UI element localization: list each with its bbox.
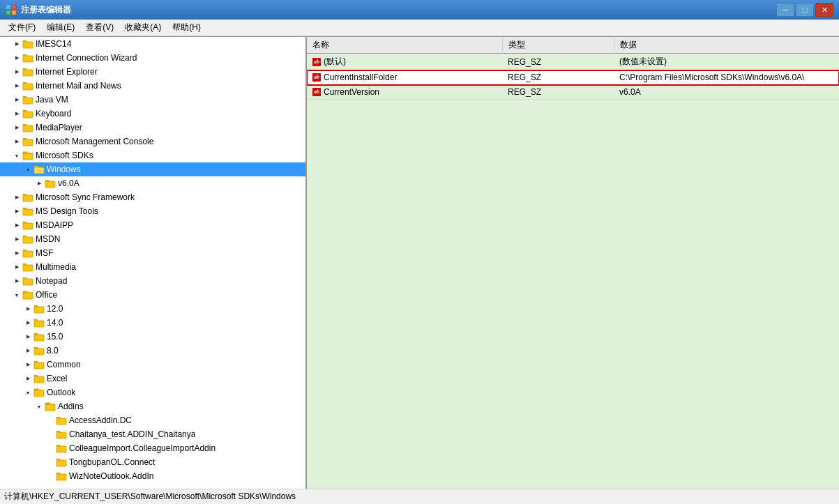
menu-item-查看[interactable]: 查看(V)	[80, 20, 119, 35]
folder-icon-outlook	[33, 388, 45, 397]
tree-item-msdn[interactable]: MSDN	[0, 232, 305, 246]
cell-type: REG_SZ	[502, 70, 614, 85]
expand-arrow-java-vm[interactable]	[11, 94, 22, 105]
tree-item-addins[interactable]: Addins	[0, 399, 305, 413]
tree-item-internet-connection-wizard[interactable]: Internet Connection Wizard	[0, 51, 305, 65]
expand-arrow-v60a[interactable]	[33, 178, 45, 189]
table-row[interactable]: ab(默认)REG_SZ(数值未设置)	[307, 54, 839, 70]
tree-item-internet-mail[interactable]: Internet Mail and News	[0, 79, 305, 93]
tree-item-colleague-import[interactable]: ColleagueImport.ColleagueImportAddin	[0, 441, 305, 455]
expand-arrow-ms-design-tools[interactable]	[11, 206, 22, 217]
tree-item-keyboard[interactable]: Keyboard	[0, 107, 305, 121]
tree-label-v60a: v6.0A	[58, 178, 80, 188]
folder-icon-internet-explorer	[22, 67, 33, 77]
expand-arrow-addins[interactable]	[33, 401, 45, 412]
tree-item-notepad[interactable]: Notepad	[0, 274, 305, 288]
expand-arrow-colleague-import[interactable]	[45, 443, 56, 454]
registry-scroll[interactable]: 名称 类型 数据 ab(默认)REG_SZ(数值未设置)abCurrentIns…	[307, 37, 839, 489]
close-button[interactable]: ✕	[815, 3, 833, 17]
expand-arrow-outlook[interactable]	[22, 387, 33, 398]
expand-arrow-office-12[interactable]	[22, 303, 33, 314]
reg-name: CurrentVersion	[324, 87, 379, 97]
expand-arrow-imesc14[interactable]	[11, 38, 22, 49]
tree-item-ms-design-tools[interactable]: MS Design Tools	[0, 204, 305, 218]
status-text: 计算机\HKEY_CURRENT_USER\Software\Microsoft…	[4, 491, 296, 503]
tree-item-office-15[interactable]: 15.0	[0, 330, 305, 344]
expand-arrow-office[interactable]	[11, 289, 22, 300]
tree-item-access-addin[interactable]: AccessAddin.DC	[0, 413, 305, 427]
tree-item-java-vm[interactable]: Java VM	[0, 93, 305, 107]
expand-arrow-multimedia[interactable]	[11, 261, 22, 273]
expand-arrow-internet-explorer[interactable]	[11, 66, 22, 77]
folder-icon-office	[22, 290, 33, 300]
expand-arrow-microsoft-sync[interactable]	[11, 192, 22, 203]
expand-arrow-mmc[interactable]	[11, 136, 22, 147]
expand-arrow-office-15[interactable]	[22, 331, 33, 342]
menu-item-文件[interactable]: 文件(F)	[3, 20, 41, 35]
tree-item-multimedia[interactable]: Multimedia	[0, 260, 305, 274]
tree-scroll[interactable]: IMESC14 Internet Connection Wizard Inter…	[0, 37, 305, 489]
tree-item-imesc14[interactable]: IMESC14	[0, 37, 305, 51]
folder-icon-office-8	[33, 346, 45, 356]
expand-arrow-office-8[interactable]	[22, 345, 33, 356]
tree-item-windows[interactable]: Windows	[0, 162, 305, 176]
folder-icon-access-addin	[56, 415, 67, 425]
expand-arrow-wiznote[interactable]	[45, 471, 56, 482]
tree-item-office[interactable]: Office	[0, 288, 305, 302]
expand-arrow-office-14[interactable]	[22, 317, 33, 328]
tree-item-msdaipp[interactable]: MSDAIPP	[0, 218, 305, 232]
expand-arrow-windows[interactable]	[22, 164, 33, 175]
tree-item-microsoft-sdks[interactable]: Microsoft SDKs	[0, 148, 305, 162]
expand-arrow-microsoft-sdks[interactable]	[11, 150, 22, 161]
tree-item-msf[interactable]: MSF	[0, 246, 305, 260]
main-container: IMESC14 Internet Connection Wizard Inter…	[0, 36, 839, 489]
tree-item-excel[interactable]: Excel	[0, 372, 305, 385]
menu-item-收藏夹[interactable]: 收藏夹(A)	[119, 20, 167, 35]
tree-label-common: Common	[47, 360, 81, 369]
expand-arrow-excel[interactable]	[22, 373, 33, 384]
expand-arrow-common[interactable]	[22, 359, 33, 370]
expand-arrow-msdn[interactable]	[11, 234, 22, 245]
table-row[interactable]: abCurrentVersionREG_SZv6.0A	[307, 85, 839, 100]
folder-icon-office-12	[33, 304, 45, 314]
tree-item-common[interactable]: Common	[0, 358, 305, 372]
folder-icon-msdn	[22, 234, 33, 244]
tree-item-wiznote[interactable]: WizNoteOutlook.AddIn	[0, 469, 305, 483]
expand-arrow-notepad[interactable]	[11, 275, 22, 287]
expand-arrow-mediaplayer[interactable]	[11, 122, 22, 133]
tree-item-office-8[interactable]: 8.0	[0, 344, 305, 358]
tree-item-v60a[interactable]: v6.0A	[0, 176, 305, 190]
svg-rect-28	[56, 446, 66, 452]
expand-arrow-chaitanya-addin[interactable]	[45, 429, 56, 440]
folder-icon-mediaplayer	[22, 123, 33, 132]
svg-rect-6	[23, 70, 33, 76]
tree-item-internet-explorer[interactable]: Internet Explorer	[0, 65, 305, 79]
tree-item-chaitanya-addin[interactable]: Chaitanya_test.ADDIN_Chaitanya	[0, 427, 305, 441]
table-row[interactable]: abCurrentInstallFolderREG_SZC:\Program F…	[307, 70, 839, 85]
expand-arrow-tongbupan[interactable]	[45, 457, 56, 468]
tree-item-mmc[interactable]: Microsoft Management Console	[0, 135, 305, 148]
expand-arrow-access-addin[interactable]	[45, 415, 56, 426]
expand-arrow-internet-mail[interactable]	[11, 80, 22, 91]
menu-item-帮助[interactable]: 帮助(H)	[167, 20, 206, 35]
expand-arrow-keyboard[interactable]	[11, 108, 22, 119]
tree-item-microsoft-sync[interactable]: Microsoft Sync Framework	[0, 190, 305, 204]
tree-item-office-14[interactable]: 14.0	[0, 316, 305, 330]
tree-item-office-12[interactable]: 12.0	[0, 302, 305, 316]
tree-label-chaitanya-addin: Chaitanya_test.ADDIN_Chaitanya	[69, 429, 195, 439]
svg-rect-19	[23, 279, 33, 285]
tree-item-mediaplayer[interactable]: MediaPlayer	[0, 121, 305, 135]
window-controls: ─ □ ✕	[776, 3, 833, 17]
expand-arrow-msf[interactable]	[11, 247, 22, 259]
expand-arrow-internet-connection-wizard[interactable]	[11, 52, 22, 63]
expand-arrow-msdaipp[interactable]	[11, 220, 22, 231]
tree-label-access-addin: AccessAddin.DC	[69, 415, 132, 425]
menu-item-编辑[interactable]: 编辑(E)	[41, 20, 80, 35]
tree-item-outlook[interactable]: Outlook	[0, 385, 305, 399]
folder-icon-excel	[33, 374, 45, 383]
maximize-button[interactable]: □	[796, 3, 814, 17]
minimize-button[interactable]: ─	[776, 3, 794, 17]
cell-type: REG_SZ	[502, 85, 614, 100]
cell-data: v6.0A	[614, 85, 839, 100]
tree-item-tongbupan[interactable]: TongbupanOL.Connect	[0, 455, 305, 469]
